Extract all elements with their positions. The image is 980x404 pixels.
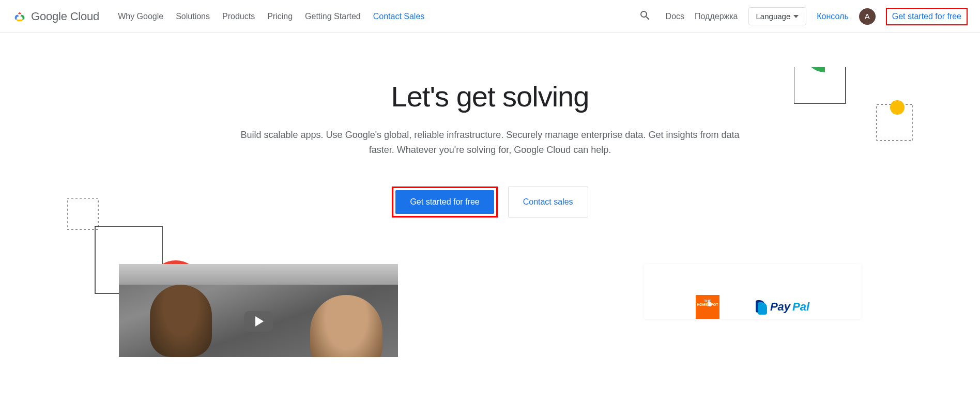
google-cloud-icon (12, 9, 27, 24)
hero-title: Let's get solving (232, 80, 748, 113)
nav-console[interactable]: Консоль (817, 12, 848, 21)
language-label: Language (756, 12, 791, 21)
nav-pricing[interactable]: Pricing (267, 12, 293, 21)
avatar[interactable]: A (859, 8, 876, 25)
nav-why-google[interactable]: Why Google (118, 12, 163, 21)
top-nav: Google Cloud Why Google Solutions Produc… (0, 0, 980, 33)
nav-docs[interactable]: Docs (666, 12, 684, 21)
search-icon (639, 9, 651, 22)
hero-section: Let's get solving Build scalable apps. U… (232, 80, 748, 217)
main-content: Let's get solving Build scalable apps. U… (0, 33, 980, 357)
get-started-top-button[interactable]: Get started for free (886, 8, 968, 25)
hero-buttons: Get started for free Contact sales (232, 187, 748, 217)
nav-support[interactable]: Поддержка (695, 12, 738, 21)
customer-logos-card: PayPal (644, 264, 861, 319)
chevron-down-icon (793, 15, 799, 18)
nav-solutions[interactable]: Solutions (176, 12, 210, 21)
hero-subtitle: Build scalable apps. Use Google's global… (232, 128, 748, 158)
brand-text: Google Cloud (31, 10, 99, 23)
decorative-shapes-top-right (794, 67, 913, 147)
video-thumbnail[interactable] (119, 264, 398, 357)
home-depot-logo (696, 295, 719, 319)
nav-products[interactable]: Products (222, 12, 255, 21)
nav-contact-sales[interactable]: Contact Sales (373, 12, 425, 21)
nav-getting-started[interactable]: Getting Started (305, 12, 361, 21)
brand-logo[interactable]: Google Cloud (12, 9, 99, 24)
highlight-box-primary: Get started for free (392, 187, 497, 217)
paypal-logo: PayPal (756, 300, 809, 314)
search-button[interactable] (635, 5, 655, 27)
paypal-icon (756, 300, 767, 314)
svg-rect-0 (794, 67, 846, 103)
svg-rect-3 (67, 198, 98, 229)
play-icon (244, 311, 273, 332)
svg-point-2 (890, 100, 905, 115)
contact-sales-hero-button[interactable]: Contact sales (508, 187, 588, 217)
language-dropdown[interactable]: Language (748, 7, 807, 25)
primary-nav: Why Google Solutions Products Pricing Ge… (118, 12, 424, 21)
top-right-group: Docs Поддержка Language Консоль A Get st… (635, 5, 968, 27)
get-started-hero-button[interactable]: Get started for free (395, 190, 494, 214)
